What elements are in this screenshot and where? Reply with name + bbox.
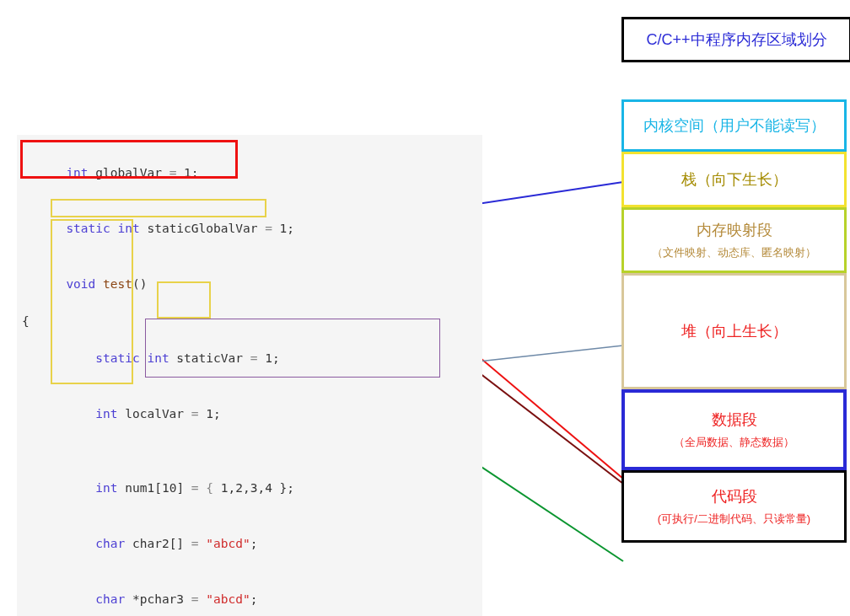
mem-code: 代码段 (可执行/二进制代码、只读常量) [621, 470, 847, 543]
code-block: int globalVar = 1; static int staticGlob… [17, 135, 482, 616]
diagram-title: C/C++中程序内存区域划分 [621, 17, 850, 62]
code-line: char *pchar3 = "abcd"; [22, 571, 477, 616]
memory-layout-column: 内核空间（用户不能读写） 栈（向下生长） 内存映射段 （文件映射、动态库、匿名映… [621, 99, 847, 543]
code-line: static int staticGlobalVar = 1; [22, 201, 477, 256]
code-line: int num1[10] = { 1,2,3,4 }; [22, 460, 477, 516]
mem-stack: 栈（向下生长） [621, 152, 847, 207]
code-line [22, 442, 477, 460]
code-line: int localVar = 1; [22, 386, 477, 442]
code-line: void test() [22, 256, 477, 312]
code-line: char char2[] = "abcd"; [22, 516, 477, 571]
mem-data: 数据段 （全局数据、静态数据） [621, 389, 847, 470]
mem-mmap: 内存映射段 （文件映射、动态库、匿名映射） [621, 207, 847, 273]
code-line: { [22, 312, 477, 330]
code-line: static int staticVar = 1; [22, 330, 477, 386]
mem-kernel: 内核空间（用户不能读写） [621, 99, 847, 152]
mem-heap: 堆（向上生长） [621, 273, 847, 389]
code-line: int globalVar = 1; [22, 145, 477, 201]
